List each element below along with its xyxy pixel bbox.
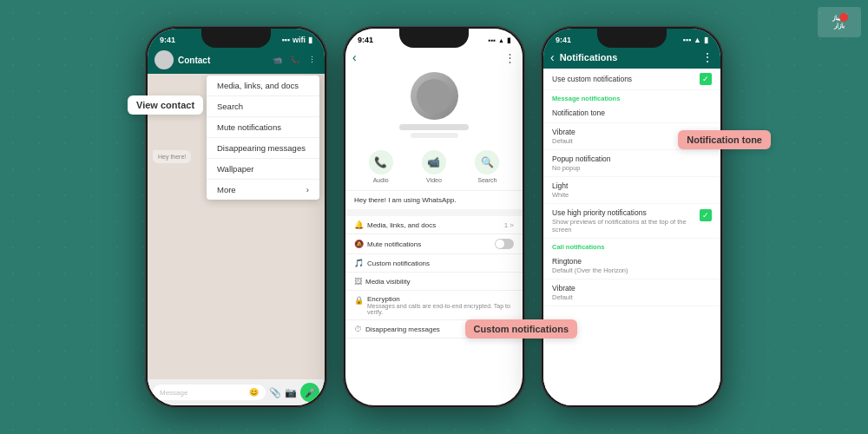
custom-notif-checkbox[interactable]: ✓ [700,73,712,85]
dropdown-menu: Media, links, and docs Search Mute notif… [207,76,319,200]
clock-icon: ⏱ [354,325,362,333]
phone3: 9:41 ▪▪▪ ▲ ▮ ‹ Notifications ⋮ Use custo… [541,26,723,408]
mute-row[interactable]: 🔕 Mute notifications [345,234,523,254]
battery-icon: ▮ [308,36,312,44]
red-badge [839,13,848,22]
phone1-wa-header: Contact 📹 📞 ⋮ [148,46,325,74]
light-row[interactable]: Light White [543,177,720,204]
back-button[interactable]: ‹ [352,50,357,64]
bubble-1: Hey there! [153,150,191,163]
menu-item-disappearing[interactable]: Disappearing messages [207,138,319,159]
message-input[interactable]: Message 😊 [153,385,266,400]
more-icon[interactable]: ⋮ [306,54,318,66]
header-icons: 📹 📞 ⋮ [271,54,318,66]
notif-tone-title: Notification tone [552,108,712,117]
signal-icon2: ▪▪▪ [489,36,496,44]
signal-icon: ▪▪▪ [281,36,290,44]
custom-notif-row[interactable]: 🎵 Custom notifications [345,254,523,273]
emoji-icon: 😊 [249,388,259,397]
use-custom-notif-label: Use custom notifications [552,75,632,83]
video-call-icon[interactable]: 📹 [271,54,283,66]
notif-icon: 🎵 [354,259,364,267]
phone3-time: 9:41 [556,36,571,44]
search-action[interactable]: 🔍 Search [475,150,499,183]
encryption-row[interactable]: 🔒 Encryption Messages and calls are end-… [345,291,523,320]
phone1-time: 9:41 [160,36,175,44]
camera-icon[interactable]: 📷 [285,387,297,398]
lock-icon: 🔒 [354,296,364,305]
high-priority-checkbox[interactable]: ✓ [700,209,712,221]
call-icon[interactable]: 📞 [288,54,300,66]
wifi-icon3: ▲ [694,36,701,44]
audio-action[interactable]: 📞 Audio [369,150,393,183]
phone2-contact-header: ‹ ⋮ [345,46,523,69]
phone3-frame: 9:41 ▪▪▪ ▲ ▮ ‹ Notifications ⋮ Use custo… [541,26,723,408]
phone3-status-icons: ▪▪▪ ▲ ▮ [683,36,709,44]
media-row[interactable]: 🔔 Media, links, and docs 1 > [345,216,523,234]
media-visibility-row[interactable]: 🖼 Media visibility [345,273,523,291]
chevron-right-icon: › [306,185,309,194]
mute-icon: 🔕 [354,240,364,248]
phone2-notch [399,29,469,48]
popup-row[interactable]: Popup notification No popup [543,150,720,177]
more-options-icon[interactable]: ⋮ [504,51,516,64]
light-title: Light [552,181,712,190]
light-sub: White [552,191,712,199]
wifi-icon: wifi [293,36,306,44]
battery-icon2: ▮ [507,36,510,44]
message-placeholder: Message [160,389,187,397]
call-vibrate-sub: Default [552,293,712,301]
mic-icon: 🎤 [305,388,315,398]
call-vibrate-row[interactable]: Vibrate Default [543,279,720,306]
phone2: 9:41 ▪▪▪ ▲ ▮ ‹ ⋮ [343,26,525,408]
more-options3[interactable]: ⋮ [701,50,713,64]
phone1-msg-bar: Message 😊 📎 📷 🎤 [148,379,325,405]
notif-tone-row[interactable]: Notification tone [543,104,720,123]
video-action[interactable]: 📹 Video [422,150,446,183]
menu-item-more[interactable]: More › [207,180,319,200]
msg-notif-section: Message notifications [543,90,720,104]
battery-icon3: ▮ [704,36,708,44]
bell-icon: 🔔 [354,220,364,229]
wifi-icon2: ▲ [498,37,504,43]
encryption-sub: Messages and calls are end-to-end encryp… [367,303,514,315]
ringtone-row[interactable]: Ringtone Default (Over the Horizon) [543,253,720,279]
notif-content: Use custom notifications ✓ Message notif… [543,69,720,405]
popup-sub: No popup [552,164,712,172]
media-vis-label: Media visibility [365,278,514,286]
phone1-status-icons: ▪▪▪ wifi ▮ [281,36,312,44]
contact-avatar-small [155,50,174,69]
mic-button[interactable]: 🎤 [300,383,319,402]
audio-icon: 📞 [369,150,393,174]
menu-item-wallpaper[interactable]: Wallpaper [207,159,319,180]
phone3-notif-header: ‹ Notifications ⋮ [543,46,720,69]
media-count: 1 > [504,221,514,229]
phone2-screen: 9:41 ▪▪▪ ▲ ▮ ‹ ⋮ [345,29,523,405]
callout-custom-notif: Custom notifications [465,319,577,339]
phone2-status-icons: ▪▪▪ ▲ ▮ [489,36,510,44]
high-priority-row[interactable]: Use high priority notifications Show pre… [543,204,720,239]
use-custom-notif-row[interactable]: Use custom notifications ✓ [543,69,720,90]
search-icon: 🔍 [475,150,499,174]
mute-toggle[interactable] [495,239,514,249]
phone1: 9:41 ▪▪▪ wifi ▮ Contact 📹 📞 ⋮ [145,26,327,408]
image-icon: 🖼 [354,277,362,286]
video-icon: 📹 [422,150,446,174]
high-priority-sub: Show previews of notifications at the to… [552,218,700,233]
menu-item-mute[interactable]: Mute notifications [207,117,319,138]
media-label: Media, links, and docs [367,221,504,229]
chat-name: Contact [178,56,210,65]
popup-title: Popup notification [552,155,712,163]
phone3-notch [597,29,667,48]
menu-item-search[interactable]: Search [207,96,319,117]
contact-avatar-large [411,72,458,120]
encryption-label: Encryption [367,295,514,303]
attach-icon[interactable]: 📎 [269,387,281,398]
back-button3[interactable]: ‹ [550,50,555,64]
custom-notif-label: Custom notifications [367,260,514,267]
high-priority-title: Use high priority notifications [552,208,700,217]
menu-item-media[interactable]: Media, links, and docs [207,76,319,96]
phone1-chat-bg: Media, links, and docs Search Mute notif… [148,74,325,379]
phone1-frame: 9:41 ▪▪▪ wifi ▮ Contact 📹 📞 ⋮ [145,26,327,408]
phone3-screen: 9:41 ▪▪▪ ▲ ▮ ‹ Notifications ⋮ Use custo… [543,29,720,405]
